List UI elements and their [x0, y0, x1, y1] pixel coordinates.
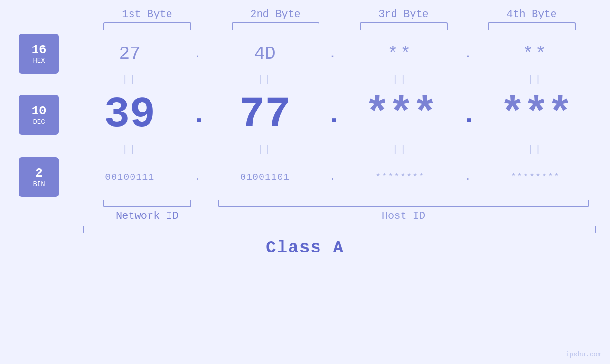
- hex-sep1: .: [190, 46, 205, 62]
- hex-b3: **: [340, 44, 461, 64]
- dec-badge: 10 DEC: [19, 95, 59, 135]
- bin-badge: 2 BIN: [19, 157, 59, 197]
- eq2-b3: ||: [340, 144, 461, 155]
- dec-row: 10 DEC 39 . 77 . *** . ***: [0, 85, 610, 142]
- equals-row-1: || || || ||: [55, 74, 610, 85]
- eq1-b2: ||: [205, 75, 326, 85]
- bin-b4: ********: [475, 172, 596, 183]
- byte2-header: 2nd Byte: [211, 9, 339, 20]
- dec-b1: 39: [69, 93, 190, 136]
- bin-b3: ********: [340, 172, 461, 183]
- dec-values: 39 . 77 . *** . ***: [69, 93, 596, 136]
- eq1-b1: ||: [69, 75, 190, 85]
- host-id-label: Host ID: [211, 210, 596, 222]
- bin-badge-label: BIN: [33, 180, 45, 188]
- dec-sep1: .: [190, 101, 205, 129]
- dec-b2: 77: [205, 93, 326, 136]
- network-bracket: [103, 200, 191, 207]
- bin-row: 2 BIN 00100111 . 01001101 . ******** . *…: [0, 155, 610, 197]
- hex-badge-label: HEX: [33, 57, 45, 65]
- byte1-header: 1st Byte: [83, 9, 211, 20]
- hex-badge-num: 16: [31, 43, 46, 57]
- bin-values: 00100111 . 01001101 . ******** . *******…: [69, 172, 596, 183]
- id-labels-row: Network ID Host ID: [0, 207, 610, 222]
- class-bracket: [83, 226, 596, 233]
- hex-row: 16 HEX 27 . 4D . ** . **: [0, 30, 610, 74]
- hex-values: 27 . 4D . ** . **: [69, 44, 596, 64]
- hex-sep2: .: [326, 46, 340, 62]
- hex-b2: 4D: [205, 44, 326, 64]
- bracket-cell-3: [339, 22, 468, 30]
- top-brackets-row: [0, 20, 610, 30]
- hex-sep3: .: [460, 46, 475, 62]
- class-bracket-container: [0, 222, 610, 233]
- dec-b4: ***: [475, 93, 596, 136]
- top-bracket-1: [103, 22, 191, 30]
- class-label: Class A: [0, 238, 610, 258]
- host-bracket-cell: [211, 200, 596, 207]
- byte4-header: 4th Byte: [468, 9, 596, 20]
- network-id-label: Network ID: [83, 210, 211, 222]
- bin-sep1: .: [190, 172, 205, 183]
- dec-sep2: .: [326, 101, 340, 129]
- eq2-b4: ||: [475, 144, 596, 155]
- bin-badge-num: 2: [35, 166, 43, 180]
- eq1-b3: ||: [340, 75, 461, 85]
- byte3-header: 3rd Byte: [339, 9, 468, 20]
- main-layout: 1st Byte 2nd Byte 3rd Byte 4th Byte 16 H…: [0, 0, 610, 364]
- bin-sep2: .: [326, 172, 340, 183]
- dec-sep3: .: [460, 101, 475, 129]
- host-bracket: [218, 200, 589, 207]
- network-bracket-cell: [83, 200, 211, 207]
- hex-badge: 16 HEX: [19, 34, 59, 74]
- bracket-cell-4: [468, 22, 596, 30]
- hex-b4: **: [475, 44, 596, 64]
- top-bracket-3: [360, 22, 448, 30]
- bracket-cell-1: [83, 22, 211, 30]
- eq2-b1: ||: [69, 144, 190, 155]
- hex-b1: 27: [69, 44, 190, 64]
- bottom-brackets-row: [0, 197, 610, 207]
- bin-b1: 00100111: [69, 172, 190, 183]
- eq2-b2: ||: [205, 144, 326, 155]
- dec-badge-num: 10: [31, 104, 46, 118]
- top-bracket-4: [488, 22, 576, 30]
- dec-badge-label: DEC: [33, 118, 45, 126]
- bin-b2: 01001101: [205, 172, 326, 183]
- byte-headers-row: 1st Byte 2nd Byte 3rd Byte 4th Byte: [0, 0, 610, 20]
- top-bracket-2: [232, 22, 319, 30]
- eq1-b4: ||: [475, 75, 596, 85]
- watermark: ipshu.com: [565, 351, 601, 358]
- bin-sep3: .: [460, 172, 475, 183]
- bracket-cell-2: [211, 22, 339, 30]
- equals-row-2: || || || ||: [55, 142, 610, 155]
- dec-b3: ***: [340, 93, 461, 136]
